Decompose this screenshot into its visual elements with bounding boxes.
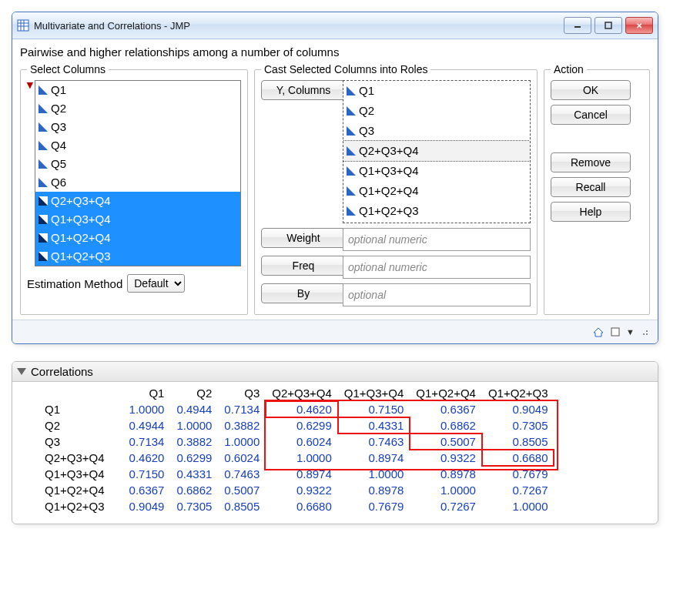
window-title: Multivariate and Correlations - JMP xyxy=(34,20,561,32)
corr-cell: 0.5007 xyxy=(410,434,482,450)
col-header: Q3 xyxy=(218,385,266,401)
correlations-panel: Correlations Q1Q2Q3Q2+Q3+Q4Q1+Q3+Q4Q1+Q2… xyxy=(12,361,658,524)
col-header: Q2 xyxy=(170,385,218,401)
select-columns-legend: Select Columns xyxy=(27,63,109,75)
corr-cell: 0.4620 xyxy=(266,401,338,417)
corr-cell: 0.7267 xyxy=(410,498,482,514)
select-columns-list[interactable]: Q1Q2Q3Q4Q5Q6Q2+Q3+Q4Q1+Q3+Q4Q1+Q2+Q4Q1+Q… xyxy=(35,80,241,266)
corr-cell: 1.0000 xyxy=(123,401,171,417)
role-item[interactable]: Q1+Q2+Q4 xyxy=(343,181,530,201)
dialog-subtitle: Pairwise and higher relationships among … xyxy=(20,45,650,59)
weight-button[interactable]: Weight xyxy=(261,228,346,248)
corr-cell: 0.6024 xyxy=(218,450,266,466)
table-row: Q1+Q2+Q40.63670.68620.50070.93220.89781.… xyxy=(39,482,554,498)
disclosure-triangle-icon[interactable] xyxy=(17,368,26,375)
col-header: Q1 xyxy=(123,385,171,401)
estimation-method-select[interactable]: Default xyxy=(127,274,185,293)
corr-cell: 0.7679 xyxy=(482,466,554,482)
column-item[interactable]: Q1+Q2+Q3 xyxy=(35,247,240,266)
corr-cell: 0.6299 xyxy=(266,417,338,434)
by-field[interactable]: optional xyxy=(343,283,531,306)
column-item[interactable]: Q4 xyxy=(35,136,240,155)
freq-button[interactable]: Freq xyxy=(261,256,346,276)
ok-button[interactable]: OK xyxy=(551,80,631,100)
corr-cell: 0.8505 xyxy=(482,434,554,450)
corr-cell: 0.7305 xyxy=(482,417,554,434)
corr-cell: 0.7463 xyxy=(338,434,410,450)
role-item[interactable]: Q3 xyxy=(343,121,530,141)
corr-cell: 0.6367 xyxy=(410,401,482,417)
corr-cell: 0.9322 xyxy=(410,450,482,466)
corr-cell: 0.4331 xyxy=(338,417,410,434)
role-item[interactable]: Q2 xyxy=(343,101,530,121)
table-row: Q2+Q3+Q40.46200.62990.60241.00000.89740.… xyxy=(39,450,554,466)
close-button[interactable]: ✕ xyxy=(625,17,653,34)
action-legend: Action xyxy=(551,63,587,75)
continuous-column-icon xyxy=(347,106,356,116)
corr-cell: 1.0000 xyxy=(170,417,218,434)
by-button[interactable]: By xyxy=(261,283,346,303)
correlations-header[interactable]: Correlations xyxy=(12,362,658,382)
table-row: Q11.00000.49440.71340.46200.71500.63670.… xyxy=(39,401,554,417)
maximize-button[interactable] xyxy=(594,17,622,34)
role-item[interactable]: Q1 xyxy=(343,81,530,101)
corr-cell: 0.4944 xyxy=(123,417,171,434)
y-columns-list[interactable]: Q1Q2Q3Q2+Q3+Q4Q1+Q3+Q4Q1+Q2+Q4Q1+Q2+Q3 xyxy=(343,80,531,223)
col-header: Q1+Q2+Q3 xyxy=(482,385,554,401)
weight-field[interactable]: optional numeric xyxy=(343,228,531,251)
continuous-column-icon xyxy=(39,122,48,132)
freq-field[interactable]: optional numeric xyxy=(343,256,531,279)
column-item[interactable]: Q6 xyxy=(35,173,240,192)
titlebar[interactable]: Multivariate and Correlations - JMP ✕ xyxy=(12,12,658,39)
column-item[interactable]: Q2 xyxy=(35,99,240,118)
column-item[interactable]: Q3 xyxy=(35,118,240,136)
svg-rect-8 xyxy=(611,328,619,336)
corr-cell: 0.6680 xyxy=(482,450,554,466)
corr-cell: 0.6680 xyxy=(266,498,338,514)
select-columns-group: Select Columns ▶ Q1Q2Q3Q4Q5Q6Q2+Q3+Q4Q1+… xyxy=(20,63,248,315)
y-columns-button[interactable]: Y, Columns xyxy=(261,80,346,100)
role-item[interactable]: Q1+Q3+Q4 xyxy=(343,161,530,181)
continuous-column-icon xyxy=(39,178,48,187)
corr-cell: 0.7305 xyxy=(170,498,218,514)
column-item[interactable]: Q1+Q2+Q4 xyxy=(35,229,240,247)
column-item[interactable]: Q5 xyxy=(35,155,240,173)
stop-icon[interactable] xyxy=(609,326,621,338)
continuous-column-icon xyxy=(39,233,48,243)
corr-cell: 0.9322 xyxy=(266,482,338,498)
corr-cell: 0.4944 xyxy=(170,401,218,417)
table-row: Q20.49441.00000.38820.62990.43310.68620.… xyxy=(39,417,554,434)
cancel-button[interactable]: Cancel xyxy=(551,105,631,125)
role-item[interactable]: Q1+Q2+Q3 xyxy=(343,201,530,221)
column-toggle-icon[interactable]: ▶ xyxy=(25,82,35,89)
minimize-button[interactable] xyxy=(564,17,591,34)
continuous-column-icon xyxy=(347,86,356,95)
svg-rect-6 xyxy=(605,22,611,28)
continuous-column-icon xyxy=(39,215,48,224)
help-button[interactable]: Help xyxy=(551,202,631,222)
home-icon[interactable] xyxy=(592,326,605,338)
corr-cell: 0.4620 xyxy=(123,450,171,466)
corr-cell: 0.6024 xyxy=(266,434,338,450)
recall-button[interactable]: Recall xyxy=(551,177,631,197)
corr-cell: 0.9049 xyxy=(123,498,171,514)
corr-cell: 0.7463 xyxy=(218,466,266,482)
footer-menu-icon[interactable]: ▼ xyxy=(626,327,635,336)
column-item[interactable]: Q1+Q3+Q4 xyxy=(35,210,240,229)
row-header: Q1+Q2+Q4 xyxy=(39,482,123,498)
row-header: Q2 xyxy=(39,417,123,434)
column-item[interactable]: Q1 xyxy=(35,81,240,99)
corr-cell: 0.8978 xyxy=(338,482,410,498)
resize-grip-icon[interactable] xyxy=(639,326,650,337)
corr-cell: 0.6862 xyxy=(410,417,482,434)
corr-cell: 0.6367 xyxy=(123,482,171,498)
role-item[interactable]: Q2+Q3+Q4 xyxy=(343,141,530,161)
corr-cell: 1.0000 xyxy=(266,450,338,466)
row-header: Q1+Q2+Q3 xyxy=(39,498,123,514)
corr-cell: 0.8974 xyxy=(266,466,338,482)
corr-cell: 0.6862 xyxy=(170,482,218,498)
continuous-column-icon xyxy=(347,126,356,136)
corr-cell: 0.7134 xyxy=(218,401,266,417)
remove-button[interactable]: Remove xyxy=(551,152,631,172)
column-item[interactable]: Q2+Q3+Q4 xyxy=(35,192,240,210)
